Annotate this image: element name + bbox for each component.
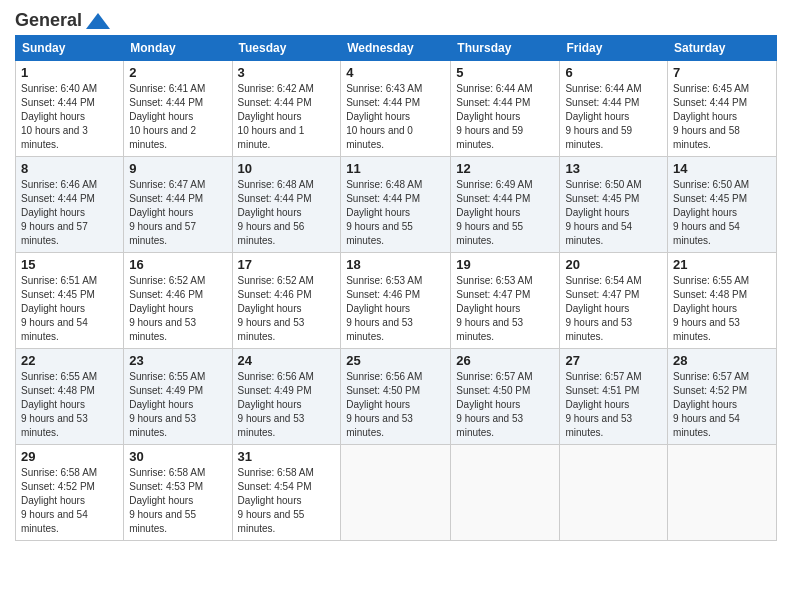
day-info: Sunrise: 6:42 AMSunset: 4:44 PMDaylight … (238, 83, 314, 150)
calendar-header-friday: Friday (560, 36, 668, 61)
day-info: Sunrise: 6:41 AMSunset: 4:44 PMDaylight … (129, 83, 205, 150)
day-info: Sunrise: 6:47 AMSunset: 4:44 PMDaylight … (129, 179, 205, 246)
day-info: Sunrise: 6:43 AMSunset: 4:44 PMDaylight … (346, 83, 422, 150)
day-info: Sunrise: 6:48 AMSunset: 4:44 PMDaylight … (238, 179, 314, 246)
day-info: Sunrise: 6:45 AMSunset: 4:44 PMDaylight … (673, 83, 749, 150)
day-number: 17 (238, 257, 336, 272)
calendar-cell: 25 Sunrise: 6:56 AMSunset: 4:50 PMDaylig… (341, 349, 451, 445)
day-number: 13 (565, 161, 662, 176)
day-number: 5 (456, 65, 554, 80)
calendar-header-wednesday: Wednesday (341, 36, 451, 61)
day-number: 29 (21, 449, 118, 464)
calendar-cell: 4 Sunrise: 6:43 AMSunset: 4:44 PMDayligh… (341, 61, 451, 157)
page-container: General SundayMondayTuesdayWednesdayThur… (0, 0, 792, 551)
day-number: 23 (129, 353, 226, 368)
day-number: 20 (565, 257, 662, 272)
day-number: 14 (673, 161, 771, 176)
calendar-header-row: SundayMondayTuesdayWednesdayThursdayFrid… (16, 36, 777, 61)
calendar-cell: 14 Sunrise: 6:50 AMSunset: 4:45 PMDaylig… (668, 157, 777, 253)
calendar-cell: 29 Sunrise: 6:58 AMSunset: 4:52 PMDaylig… (16, 445, 124, 541)
day-info: Sunrise: 6:49 AMSunset: 4:44 PMDaylight … (456, 179, 532, 246)
day-info: Sunrise: 6:58 AMSunset: 4:52 PMDaylight … (21, 467, 97, 534)
calendar-cell: 20 Sunrise: 6:54 AMSunset: 4:47 PMDaylig… (560, 253, 668, 349)
calendar-cell: 2 Sunrise: 6:41 AMSunset: 4:44 PMDayligh… (124, 61, 232, 157)
day-info: Sunrise: 6:50 AMSunset: 4:45 PMDaylight … (565, 179, 641, 246)
day-info: Sunrise: 6:58 AMSunset: 4:53 PMDaylight … (129, 467, 205, 534)
day-info: Sunrise: 6:53 AMSunset: 4:46 PMDaylight … (346, 275, 422, 342)
day-number: 18 (346, 257, 445, 272)
day-info: Sunrise: 6:57 AMSunset: 4:50 PMDaylight … (456, 371, 532, 438)
calendar-cell: 1 Sunrise: 6:40 AMSunset: 4:44 PMDayligh… (16, 61, 124, 157)
calendar-week-5: 29 Sunrise: 6:58 AMSunset: 4:52 PMDaylig… (16, 445, 777, 541)
calendar-cell: 8 Sunrise: 6:46 AMSunset: 4:44 PMDayligh… (16, 157, 124, 253)
day-info: Sunrise: 6:53 AMSunset: 4:47 PMDaylight … (456, 275, 532, 342)
calendar-cell: 23 Sunrise: 6:55 AMSunset: 4:49 PMDaylig… (124, 349, 232, 445)
calendar-cell: 12 Sunrise: 6:49 AMSunset: 4:44 PMDaylig… (451, 157, 560, 253)
logo-general: General (15, 10, 82, 31)
calendar-week-1: 1 Sunrise: 6:40 AMSunset: 4:44 PMDayligh… (16, 61, 777, 157)
day-number: 19 (456, 257, 554, 272)
calendar-cell: 21 Sunrise: 6:55 AMSunset: 4:48 PMDaylig… (668, 253, 777, 349)
calendar-cell: 22 Sunrise: 6:55 AMSunset: 4:48 PMDaylig… (16, 349, 124, 445)
day-number: 25 (346, 353, 445, 368)
day-info: Sunrise: 6:46 AMSunset: 4:44 PMDaylight … (21, 179, 97, 246)
svg-marker-0 (86, 13, 110, 29)
day-number: 30 (129, 449, 226, 464)
day-info: Sunrise: 6:52 AMSunset: 4:46 PMDaylight … (129, 275, 205, 342)
calendar-cell: 3 Sunrise: 6:42 AMSunset: 4:44 PMDayligh… (232, 61, 341, 157)
day-number: 3 (238, 65, 336, 80)
header: General (15, 10, 777, 29)
day-info: Sunrise: 6:51 AMSunset: 4:45 PMDaylight … (21, 275, 97, 342)
day-number: 27 (565, 353, 662, 368)
calendar-week-3: 15 Sunrise: 6:51 AMSunset: 4:45 PMDaylig… (16, 253, 777, 349)
day-info: Sunrise: 6:57 AMSunset: 4:52 PMDaylight … (673, 371, 749, 438)
calendar-cell: 15 Sunrise: 6:51 AMSunset: 4:45 PMDaylig… (16, 253, 124, 349)
day-info: Sunrise: 6:54 AMSunset: 4:47 PMDaylight … (565, 275, 641, 342)
calendar-cell: 17 Sunrise: 6:52 AMSunset: 4:46 PMDaylig… (232, 253, 341, 349)
day-info: Sunrise: 6:55 AMSunset: 4:48 PMDaylight … (673, 275, 749, 342)
day-number: 28 (673, 353, 771, 368)
day-number: 11 (346, 161, 445, 176)
calendar-cell: 7 Sunrise: 6:45 AMSunset: 4:44 PMDayligh… (668, 61, 777, 157)
day-number: 12 (456, 161, 554, 176)
calendar-cell (451, 445, 560, 541)
day-number: 9 (129, 161, 226, 176)
day-info: Sunrise: 6:48 AMSunset: 4:44 PMDaylight … (346, 179, 422, 246)
calendar-week-2: 8 Sunrise: 6:46 AMSunset: 4:44 PMDayligh… (16, 157, 777, 253)
calendar-cell (668, 445, 777, 541)
day-number: 2 (129, 65, 226, 80)
day-info: Sunrise: 6:44 AMSunset: 4:44 PMDaylight … (456, 83, 532, 150)
day-info: Sunrise: 6:56 AMSunset: 4:50 PMDaylight … (346, 371, 422, 438)
calendar-week-4: 22 Sunrise: 6:55 AMSunset: 4:48 PMDaylig… (16, 349, 777, 445)
day-number: 21 (673, 257, 771, 272)
day-info: Sunrise: 6:55 AMSunset: 4:48 PMDaylight … (21, 371, 97, 438)
calendar-cell: 10 Sunrise: 6:48 AMSunset: 4:44 PMDaylig… (232, 157, 341, 253)
day-number: 4 (346, 65, 445, 80)
calendar-cell: 6 Sunrise: 6:44 AMSunset: 4:44 PMDayligh… (560, 61, 668, 157)
day-info: Sunrise: 6:50 AMSunset: 4:45 PMDaylight … (673, 179, 749, 246)
calendar-cell (341, 445, 451, 541)
day-number: 15 (21, 257, 118, 272)
calendar-cell: 11 Sunrise: 6:48 AMSunset: 4:44 PMDaylig… (341, 157, 451, 253)
day-info: Sunrise: 6:56 AMSunset: 4:49 PMDaylight … (238, 371, 314, 438)
calendar-cell: 24 Sunrise: 6:56 AMSunset: 4:49 PMDaylig… (232, 349, 341, 445)
logo-icon (84, 11, 112, 31)
day-info: Sunrise: 6:55 AMSunset: 4:49 PMDaylight … (129, 371, 205, 438)
day-number: 7 (673, 65, 771, 80)
calendar-cell: 13 Sunrise: 6:50 AMSunset: 4:45 PMDaylig… (560, 157, 668, 253)
day-info: Sunrise: 6:52 AMSunset: 4:46 PMDaylight … (238, 275, 314, 342)
calendar-header-monday: Monday (124, 36, 232, 61)
day-number: 16 (129, 257, 226, 272)
calendar-cell: 16 Sunrise: 6:52 AMSunset: 4:46 PMDaylig… (124, 253, 232, 349)
day-info: Sunrise: 6:44 AMSunset: 4:44 PMDaylight … (565, 83, 641, 150)
day-number: 26 (456, 353, 554, 368)
calendar-cell: 26 Sunrise: 6:57 AMSunset: 4:50 PMDaylig… (451, 349, 560, 445)
calendar-cell: 5 Sunrise: 6:44 AMSunset: 4:44 PMDayligh… (451, 61, 560, 157)
calendar-cell: 28 Sunrise: 6:57 AMSunset: 4:52 PMDaylig… (668, 349, 777, 445)
calendar-table: SundayMondayTuesdayWednesdayThursdayFrid… (15, 35, 777, 541)
day-info: Sunrise: 6:57 AMSunset: 4:51 PMDaylight … (565, 371, 641, 438)
day-number: 8 (21, 161, 118, 176)
logo: General (15, 10, 112, 29)
calendar-header-thursday: Thursday (451, 36, 560, 61)
calendar-header-tuesday: Tuesday (232, 36, 341, 61)
